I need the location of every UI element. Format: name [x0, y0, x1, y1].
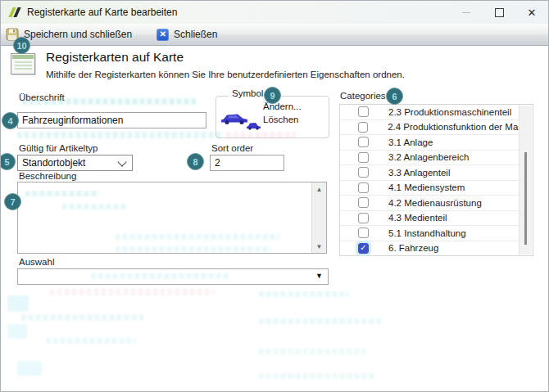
artikeltyp-value: Standortobjekt	[22, 157, 85, 169]
category-label: 4.2 Medienausrüstung	[388, 198, 482, 208]
title-bar: Registerkarte auf Karte bearbeiten ✕	[1, 1, 548, 25]
category-label: 5.1 Instandhaltung	[388, 228, 466, 238]
blue-x-icon: ✕	[157, 29, 169, 41]
callout-badge-8: 8	[187, 153, 204, 170]
sort-order-label: Sort order	[211, 143, 253, 153]
close-icon: ✕	[528, 7, 537, 18]
category-row[interactable]: 3.2 Anlagenbereich	[340, 151, 520, 166]
categories-label: Categories	[340, 91, 386, 101]
beschreibung-label: Beschreibung	[19, 171, 76, 181]
categories-rows: 2.3 Produktionsmaschinenteil2.4 Produkti…	[340, 105, 520, 255]
category-label: 3.1 Anlage	[388, 137, 433, 147]
category-row[interactable]: 4.1 Mediensystem	[340, 181, 520, 196]
category-row[interactable]: 3.1 Anlage	[340, 135, 520, 151]
maximize-button[interactable]	[483, 1, 515, 24]
category-label: 3.3 Anlagenteil	[388, 168, 450, 178]
car-small-icon	[246, 121, 261, 130]
toolbar-close-button[interactable]: ✕ Schließen	[152, 25, 222, 44]
category-row[interactable]: ✓6. Fahrzeug	[340, 241, 520, 256]
auswahl-combobox[interactable]: ▼	[17, 268, 329, 285]
category-checkbox[interactable]	[358, 228, 369, 238]
minimize-icon	[462, 12, 470, 13]
symbol-label: Symbol	[229, 88, 266, 98]
category-checkbox[interactable]	[358, 182, 369, 193]
scroll-down-icon[interactable]: ▼	[312, 240, 326, 253]
callout-badge-7: 7	[4, 193, 21, 210]
category-checkbox[interactable]	[358, 137, 369, 147]
artikeltyp-label: Gültig für Artikeltyp	[19, 143, 98, 153]
category-checkbox[interactable]	[358, 167, 369, 178]
beschreibung-scrollbar[interactable]: ▲ ▼	[311, 182, 326, 253]
toolbar-close-label: Schließen	[174, 29, 217, 40]
app-logo-icon	[9, 7, 22, 18]
category-row[interactable]: 3.3 Anlagenteil	[340, 165, 520, 181]
symbol-delete-link[interactable]: Löschen	[263, 115, 298, 124]
scroll-up-icon[interactable]: ▲	[312, 182, 326, 196]
ueberschrift-input[interactable]: Fahrzeuginformationen	[17, 112, 206, 128]
category-checkbox[interactable]: ✓	[358, 243, 369, 254]
auswahl-label: Auswahl	[19, 257, 54, 267]
car-large-icon	[220, 111, 249, 125]
categories-scrollbar-thumb[interactable]	[524, 152, 527, 245]
page-subtitle: Mithilfe der Registerkarten können Sie I…	[46, 70, 405, 79]
save-and-close-label: Speichern und schließen	[24, 29, 132, 40]
category-label: 3.2 Anlagenbereich	[388, 152, 469, 162]
category-checkbox[interactable]	[358, 106, 369, 117]
window-title: Registerkarte auf Karte bearbeiten	[27, 1, 177, 24]
ghost-artifact	[50, 289, 214, 295]
ghost-artifact	[259, 318, 382, 324]
page-title: Registerkarten auf Karte	[46, 50, 184, 65]
category-checkbox[interactable]	[358, 122, 368, 133]
category-checkbox[interactable]	[358, 197, 369, 208]
beschreibung-textarea[interactable]: ▲ ▼	[17, 182, 327, 254]
callout-badge-10: 10	[13, 37, 30, 54]
ghost-artifact	[21, 314, 144, 321]
ghost-artifact	[46, 338, 136, 344]
maximize-icon	[495, 8, 504, 17]
category-row[interactable]: 2.4 Produktionsfunktion der Mas...	[340, 120, 520, 136]
callout-badge-4: 4	[2, 112, 19, 129]
ghost-artifact	[259, 349, 365, 354]
category-row[interactable]: 4.2 Medienausrüstung	[340, 196, 520, 211]
ghost-artifact	[17, 132, 222, 138]
artikeltyp-select[interactable]: Standortobjekt	[17, 155, 133, 171]
category-label: 6. Fahrzeug	[388, 243, 438, 253]
registerkarte-card-icon	[11, 53, 35, 74]
category-checkbox[interactable]	[358, 213, 369, 223]
ghost-artifact	[259, 373, 374, 379]
ghost-artifact	[7, 324, 27, 339]
category-checkbox[interactable]	[358, 152, 369, 163]
categories-list: 2.3 Produktionsmaschinenteil2.4 Produkti…	[339, 104, 533, 256]
category-label: 4.3 Medienteil	[388, 213, 447, 223]
category-row[interactable]: 4.3 Medienteil	[340, 211, 520, 227]
ghost-artifact	[7, 295, 29, 312]
ghost-artifact	[259, 291, 349, 297]
minimize-button[interactable]	[450, 1, 483, 24]
beschreibung-value	[21, 185, 310, 250]
ueberschrift-label: Überschrift	[19, 92, 65, 102]
callout-badge-6: 6	[386, 88, 403, 105]
category-row[interactable]: 5.1 Instandhaltung	[340, 226, 520, 241]
category-row[interactable]: 2.3 Produktionsmaschinenteil	[340, 105, 520, 120]
category-label: 2.4 Produktionsfunktion der Mas...	[388, 122, 520, 132]
close-button[interactable]: ✕	[515, 1, 548, 24]
callout-badge-5: 5	[0, 153, 16, 170]
callout-badge-9: 9	[264, 87, 281, 104]
combo-arrow-icon: ▼	[315, 273, 323, 280]
sort-order-input[interactable]: 2	[210, 155, 284, 171]
categories-scrollbar[interactable]	[519, 106, 532, 255]
ghost-artifact	[17, 361, 42, 376]
dialog-window: Registerkarte auf Karte bearbeiten ✕ Spe…	[0, 0, 549, 392]
chevron-down-icon	[117, 157, 126, 166]
category-label: 2.3 Produktionsmaschinenteil	[388, 107, 511, 117]
toolbar: Speichern und schließen ✕ Schließen	[1, 24, 548, 46]
category-label: 4.1 Mediensystem	[388, 182, 465, 192]
